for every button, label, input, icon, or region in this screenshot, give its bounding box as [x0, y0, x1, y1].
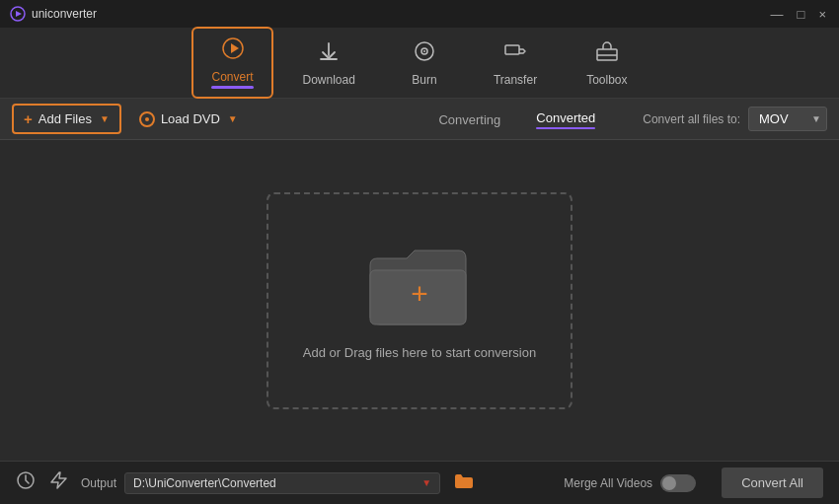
convert-format-area: Convert all files to: MOV MP4 AVI MKV WM…	[643, 107, 827, 131]
svg-rect-7	[505, 45, 519, 54]
nav-item-download[interactable]: Download	[283, 30, 375, 97]
converting-tab[interactable]: Converting	[420, 107, 518, 131]
output-path[interactable]: D:\UniConverter\Converted ▼	[124, 472, 440, 494]
burn-icon	[413, 39, 436, 69]
close-button[interactable]: ×	[815, 7, 829, 22]
flash-icon[interactable]	[49, 470, 67, 495]
nav-item-convert[interactable]: Convert	[191, 27, 272, 99]
folder-plus-icon: +	[411, 279, 428, 309]
app-icon	[10, 6, 26, 22]
convert-format-label: Convert all files to:	[643, 112, 740, 126]
minimize-button[interactable]: —	[768, 7, 787, 22]
drop-zone-text: Add or Drag files here to start conversi…	[303, 345, 536, 360]
toolbar: + Add Files ▼ Load DVD ▼ Converting Conv…	[0, 99, 839, 140]
output-folder-icon[interactable]	[454, 472, 474, 494]
nav-item-toolbox[interactable]: Toolbox	[567, 30, 647, 97]
plus-icon: +	[24, 110, 33, 127]
add-files-label: Add Files	[38, 111, 92, 126]
nav-download-label: Download	[303, 73, 355, 87]
maximize-button[interactable]: □	[795, 7, 808, 22]
convert-tabs: Converting Converted	[420, 105, 613, 133]
transfer-icon	[503, 39, 527, 69]
output-path-arrow[interactable]: ▼	[421, 477, 431, 488]
main-content: + Add or Drag files here to start conver…	[0, 140, 839, 461]
footer-output: Output D:\UniConverter\Converted ▼	[81, 472, 550, 494]
toggle-knob	[662, 476, 676, 490]
toolbox-icon	[595, 39, 619, 69]
nav-item-transfer[interactable]: Transfer	[474, 30, 557, 97]
load-dvd-label: Load DVD	[161, 111, 220, 126]
nav-toolbox-label: Toolbox	[586, 73, 627, 87]
svg-point-6	[423, 50, 425, 52]
output-label: Output	[81, 476, 116, 490]
navbar: Convert Download Burn	[0, 28, 839, 99]
nav-transfer-label: Transfer	[494, 73, 537, 87]
load-dvd-button[interactable]: Load DVD ▼	[131, 107, 246, 132]
history-icon[interactable]	[16, 470, 36, 495]
download-icon	[317, 39, 341, 69]
folder-icon-wrapper: +	[365, 241, 474, 329]
dvd-icon	[139, 111, 155, 127]
load-dvd-arrow[interactable]: ▼	[228, 113, 238, 124]
svg-marker-3	[231, 43, 239, 53]
window-controls[interactable]: — □ ×	[768, 7, 829, 22]
nav-item-burn[interactable]: Burn	[385, 30, 464, 97]
merge-label: Merge All Videos	[564, 476, 652, 490]
merge-area: Merge All Videos	[564, 474, 696, 492]
nav-convert-label: Convert	[211, 70, 253, 84]
format-select[interactable]: MOV MP4 AVI MKV WMV	[748, 107, 827, 131]
add-files-dropdown-arrow[interactable]: ▼	[100, 113, 110, 124]
footer: Output D:\UniConverter\Converted ▼ Merge…	[0, 461, 839, 504]
converted-tab[interactable]: Converted	[518, 105, 613, 133]
app-name: uniconverter	[32, 7, 97, 21]
drop-zone[interactable]: + Add or Drag files here to start conver…	[267, 192, 572, 409]
svg-marker-1	[16, 11, 22, 17]
titlebar: uniconverter — □ ×	[0, 0, 839, 28]
convert-icon	[221, 36, 245, 66]
format-select-wrapper[interactable]: MOV MP4 AVI MKV WMV ▼	[748, 107, 827, 131]
add-files-button[interactable]: + Add Files ▼	[12, 104, 121, 134]
convert-all-button[interactable]: Convert All	[722, 468, 823, 498]
merge-toggle[interactable]	[660, 474, 696, 492]
output-path-text: D:\UniConverter\Converted	[133, 476, 418, 490]
nav-burn-label: Burn	[412, 73, 436, 87]
app-logo: uniconverter	[10, 6, 97, 22]
